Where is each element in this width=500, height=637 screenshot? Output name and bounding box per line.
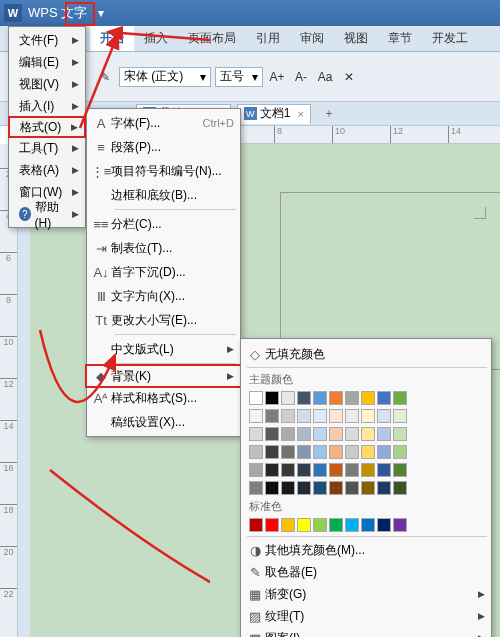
shrink-font-icon[interactable]: A- (291, 67, 311, 87)
color-swatch[interactable] (393, 445, 407, 459)
menubar-item[interactable]: 开始 (90, 26, 134, 51)
color-swatch[interactable] (249, 463, 263, 477)
classic-menu-item[interactable]: 视图(V)▶ (9, 73, 85, 95)
color-swatch[interactable] (329, 481, 343, 495)
menubar-item[interactable]: 章节 (378, 26, 422, 51)
color-swatch[interactable] (345, 409, 359, 423)
format-menu-item[interactable]: Aᴬ样式和格式(S)... (87, 386, 240, 410)
color-swatch[interactable] (297, 463, 311, 477)
color-swatch[interactable] (265, 481, 279, 495)
format-menu-item[interactable]: 稿纸设置(X)... (87, 410, 240, 434)
color-swatch[interactable] (393, 518, 407, 532)
menubar-item[interactable]: 开发工 (422, 26, 478, 51)
color-swatch[interactable] (377, 391, 391, 405)
close-icon[interactable]: × (297, 108, 303, 120)
menubar-item[interactable]: 视图 (334, 26, 378, 51)
menubar-item[interactable]: 插入 (134, 26, 178, 51)
format-menu-item[interactable]: ◆背景(K)▶ (85, 364, 242, 388)
color-swatch[interactable] (329, 427, 343, 441)
format-menu-item[interactable]: Tt更改大小写(E)... (87, 308, 240, 332)
color-swatch[interactable] (345, 463, 359, 477)
color-swatch[interactable] (265, 427, 279, 441)
bg-menu-item[interactable]: ◑其他填充颜色(M)... (241, 539, 491, 561)
color-swatch[interactable] (297, 409, 311, 423)
color-swatch[interactable] (377, 463, 391, 477)
color-swatch[interactable] (361, 445, 375, 459)
color-swatch[interactable] (281, 391, 295, 405)
color-swatch[interactable] (377, 481, 391, 495)
color-swatch[interactable] (377, 518, 391, 532)
format-menu-item[interactable]: ⋮≡项目符号和编号(N)... (87, 159, 240, 183)
color-swatch[interactable] (249, 445, 263, 459)
color-swatch[interactable] (361, 409, 375, 423)
color-swatch[interactable] (249, 409, 263, 423)
format-menu-item[interactable]: 边框和底纹(B)... (87, 183, 240, 207)
color-swatch[interactable] (297, 445, 311, 459)
format-menu-item[interactable]: ≡≡分栏(C)... (87, 212, 240, 236)
format-menu-item[interactable]: Ⅲ文字方向(X)... (87, 284, 240, 308)
color-swatch[interactable] (313, 391, 327, 405)
menubar-item[interactable]: 引用 (246, 26, 290, 51)
color-swatch[interactable] (297, 391, 311, 405)
format-menu-item[interactable]: A字体(F)...Ctrl+D (87, 111, 240, 135)
bg-menu-item[interactable]: ▦渐变(G)▶ (241, 583, 491, 605)
color-swatch[interactable] (377, 409, 391, 423)
color-swatch[interactable] (281, 427, 295, 441)
bg-menu-item[interactable]: ▦图案(I)▶ (241, 627, 491, 637)
format-menu-item[interactable]: 中文版式(L)▶ (87, 337, 240, 361)
qat-dropdown[interactable]: ▾ (93, 5, 109, 21)
bg-menu-item[interactable]: ✎取色器(E) (241, 561, 491, 583)
color-swatch[interactable] (329, 463, 343, 477)
color-swatch[interactable] (265, 463, 279, 477)
color-swatch[interactable] (345, 481, 359, 495)
color-swatch[interactable] (329, 409, 343, 423)
new-tab-icon[interactable]: ＋ (323, 105, 341, 123)
color-swatch[interactable] (329, 445, 343, 459)
color-swatch[interactable] (265, 409, 279, 423)
color-swatch[interactable] (393, 391, 407, 405)
color-swatch[interactable] (377, 427, 391, 441)
color-swatch[interactable] (297, 481, 311, 495)
color-swatch[interactable] (329, 391, 343, 405)
color-swatch[interactable] (313, 463, 327, 477)
color-swatch[interactable] (313, 409, 327, 423)
document-tab[interactable]: W 文档1 × (237, 104, 311, 124)
color-swatch[interactable] (313, 445, 327, 459)
color-swatch[interactable] (313, 518, 327, 532)
color-swatch[interactable] (361, 463, 375, 477)
color-swatch[interactable] (361, 427, 375, 441)
color-swatch[interactable] (297, 427, 311, 441)
classic-menu-item[interactable]: 表格(A)▶ (9, 159, 85, 181)
color-swatch[interactable] (249, 427, 263, 441)
color-swatch[interactable] (281, 518, 295, 532)
classic-menu-item[interactable]: ?帮助(H)▶ (9, 203, 85, 225)
grow-font-icon[interactable]: A+ (267, 67, 287, 87)
color-swatch[interactable] (361, 518, 375, 532)
menubar-item[interactable]: 审阅 (290, 26, 334, 51)
classic-menu-item[interactable]: 工具(T)▶ (9, 137, 85, 159)
color-swatch[interactable] (265, 518, 279, 532)
clear-format-icon[interactable]: ✕ (339, 67, 359, 87)
color-swatch[interactable] (345, 427, 359, 441)
color-swatch[interactable] (281, 445, 295, 459)
color-swatch[interactable] (281, 463, 295, 477)
color-swatch[interactable] (345, 445, 359, 459)
format-menu-item[interactable]: ≡段落(P)... (87, 135, 240, 159)
classic-menu-item[interactable]: 格式(O)▶ (8, 116, 86, 138)
color-swatch[interactable] (393, 409, 407, 423)
color-swatch[interactable] (265, 445, 279, 459)
color-swatch[interactable] (281, 481, 295, 495)
format-painter-icon[interactable]: ✎ (95, 67, 115, 87)
color-swatch[interactable] (265, 391, 279, 405)
color-swatch[interactable] (361, 391, 375, 405)
color-swatch[interactable] (329, 518, 343, 532)
color-swatch[interactable] (393, 427, 407, 441)
format-menu-item[interactable]: ⇥制表位(T)... (87, 236, 240, 260)
bg-menu-item[interactable]: ▨纹理(T)▶ (241, 605, 491, 627)
no-fill-item[interactable]: ◇无填充颜色 (241, 343, 491, 365)
classic-menu-item[interactable]: 插入(I)▶ (9, 95, 85, 117)
size-combo[interactable]: 五号▾ (215, 67, 263, 87)
color-swatch[interactable] (249, 391, 263, 405)
case-icon[interactable]: Aa (315, 67, 335, 87)
menubar-item[interactable]: 页面布局 (178, 26, 246, 51)
